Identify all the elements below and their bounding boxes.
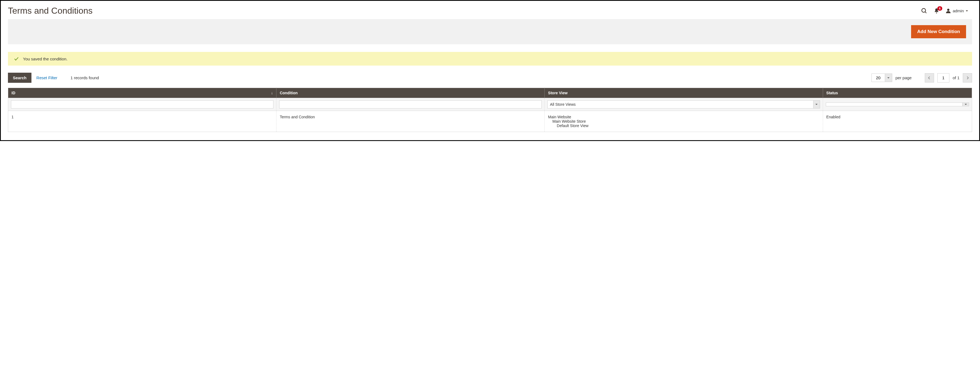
pager-prev-button[interactable] [925, 73, 934, 82]
grid-controls: Search Reset Filter 1 records found per … [8, 73, 972, 83]
per-page-input[interactable] [872, 74, 885, 82]
notification-badge: 6 [937, 6, 942, 11]
add-new-condition-button[interactable]: Add New Condition [911, 25, 966, 38]
filter-store-view-select[interactable]: All Store Views [547, 100, 820, 108]
filter-row: All Store Views [8, 98, 972, 111]
success-text: You saved the condition. [23, 57, 68, 61]
search-button[interactable]: Search [8, 73, 32, 83]
table-row[interactable]: 1 Terms and Condition Main Website Main … [8, 111, 972, 132]
check-icon [14, 56, 19, 62]
chevron-down-icon [813, 100, 820, 108]
cell-status: Enabled [823, 111, 972, 132]
filter-id-input[interactable] [11, 100, 274, 108]
reset-filter-link[interactable]: Reset Filter [37, 75, 57, 80]
col-header-store-view[interactable]: Store View [545, 88, 823, 98]
notifications-icon[interactable]: 6 [934, 8, 940, 14]
user-menu[interactable]: admin [945, 8, 968, 14]
col-header-status[interactable]: Status [823, 88, 972, 98]
search-icon[interactable] [921, 8, 928, 14]
page-header: Terms and Conditions 6 admin [8, 6, 972, 16]
cell-store-view: Main Website Main Website Store Default … [545, 111, 823, 132]
svg-line-1 [925, 12, 926, 13]
action-bar: Add New Condition [8, 19, 972, 44]
user-icon [945, 8, 951, 14]
pager-of-label: of 1 [953, 75, 959, 80]
col-header-condition[interactable]: Condition [277, 88, 545, 98]
cell-condition: Terms and Condition [277, 111, 545, 132]
filter-status-select[interactable] [826, 103, 969, 106]
pager-next-button[interactable] [963, 73, 972, 82]
svg-point-2 [936, 12, 937, 13]
page-title: Terms and Conditions [8, 6, 92, 16]
records-found-label: 1 records found [70, 75, 99, 80]
conditions-table: ID ↓ Condition Store View Status All Sto… [8, 88, 972, 132]
per-page-label: per page [896, 75, 912, 80]
per-page-toggle[interactable] [885, 74, 892, 82]
user-name: admin [953, 8, 964, 13]
svg-point-3 [947, 8, 950, 11]
sort-indicator-icon: ↓ [271, 91, 273, 95]
filter-condition-input[interactable] [279, 100, 542, 108]
pager-current-input[interactable] [937, 73, 950, 82]
per-page-select[interactable] [872, 73, 892, 82]
chevron-down-icon [966, 10, 968, 12]
chevron-down-icon [962, 103, 969, 106]
col-header-id[interactable]: ID ↓ [8, 88, 277, 98]
svg-point-0 [922, 8, 926, 12]
success-message: You saved the condition. [8, 52, 972, 65]
cell-id: 1 [8, 111, 277, 132]
